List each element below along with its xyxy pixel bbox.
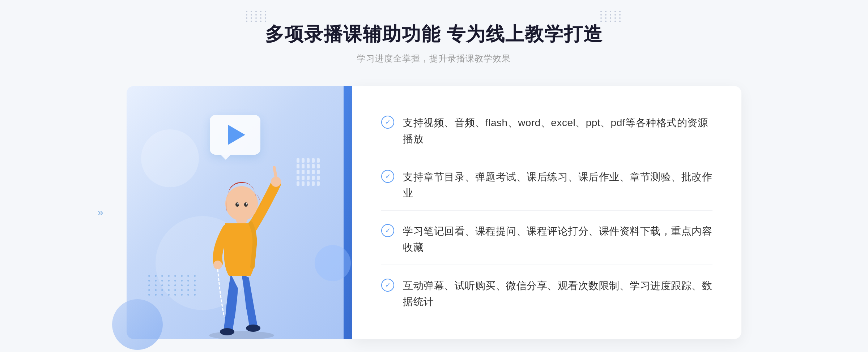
- svg-point-9: [237, 203, 239, 205]
- bottom-circle: [112, 299, 163, 350]
- chevrons-decoration: »: [98, 207, 103, 218]
- check-icon-4: ✓: [385, 282, 391, 288]
- stripes-decoration: [297, 158, 322, 191]
- svg-point-7: [235, 202, 239, 207]
- page-container: 多项录播课辅助功能 专为线上教学打造 学习进度全掌握，提升录播课教学效果 »: [0, 0, 868, 352]
- check-circle-1: ✓: [381, 116, 394, 129]
- svg-point-10: [246, 203, 247, 205]
- decorative-dots-right: [600, 11, 622, 22]
- play-triangle-icon: [228, 125, 245, 145]
- decorative-dots-left: [246, 11, 268, 22]
- feature-text-3: 学习笔记回看、课程提问、课程评论打分、课件资料下载，重点内容收藏: [403, 223, 712, 256]
- svg-point-1: [220, 328, 234, 335]
- feature-item-3: ✓ 学习笔记回看、课程提问、课程评论打分、课件资料下载，重点内容收藏: [381, 215, 712, 265]
- dots-pattern: [148, 275, 197, 296]
- circle-medium: [141, 129, 199, 187]
- feature-item-2: ✓ 支持章节目录、弹题考试、课后练习、课后作业、章节测验、批改作业: [381, 160, 712, 211]
- main-title: 多项录播课辅助功能 专为线上教学打造: [265, 22, 603, 47]
- sub-title: 学习进度全掌握，提升录播课教学效果: [265, 53, 603, 64]
- person-illustration: [195, 151, 296, 339]
- svg-point-4: [213, 261, 222, 269]
- header-section: 多项录播课辅助功能 专为线上教学打造 学习进度全掌握，提升录播课教学效果: [265, 22, 603, 64]
- feature-text-1: 支持视频、音频、flash、word、excel、ppt、pdf等各种格式的资源…: [403, 115, 712, 147]
- circle-small: [315, 245, 351, 281]
- svg-point-8: [244, 202, 248, 207]
- svg-point-6: [225, 186, 258, 221]
- svg-point-0: [209, 331, 274, 339]
- feature-item-1: ✓ 支持视频、音频、flash、word、excel、ppt、pdf等各种格式的…: [381, 106, 712, 156]
- connector-strip: [344, 86, 352, 339]
- check-circle-4: ✓: [381, 279, 394, 292]
- svg-point-2: [246, 325, 260, 332]
- chevron-icon: »: [98, 207, 103, 218]
- features-panel: ✓ 支持视频、音频、flash、word、excel、ppt、pdf等各种格式的…: [352, 86, 741, 339]
- feature-item-4: ✓ 互动弹幕、试听购买、微信分享、观看次数限制、学习进度跟踪、数据统计: [381, 269, 712, 319]
- feature-text-2: 支持章节目录、弹题考试、课后练习、课后作业、章节测验、批改作业: [403, 169, 712, 202]
- check-icon-3: ✓: [385, 227, 391, 234]
- check-circle-3: ✓: [381, 224, 394, 237]
- content-area: »: [127, 86, 741, 339]
- illustration-panel: [127, 86, 344, 339]
- check-icon-2: ✓: [385, 173, 391, 180]
- check-icon-1: ✓: [385, 119, 391, 125]
- check-circle-2: ✓: [381, 170, 394, 183]
- play-bubble: [210, 115, 260, 155]
- feature-text-4: 互动弹幕、试听购买、微信分享、观看次数限制、学习进度跟踪、数据统计: [403, 278, 712, 310]
